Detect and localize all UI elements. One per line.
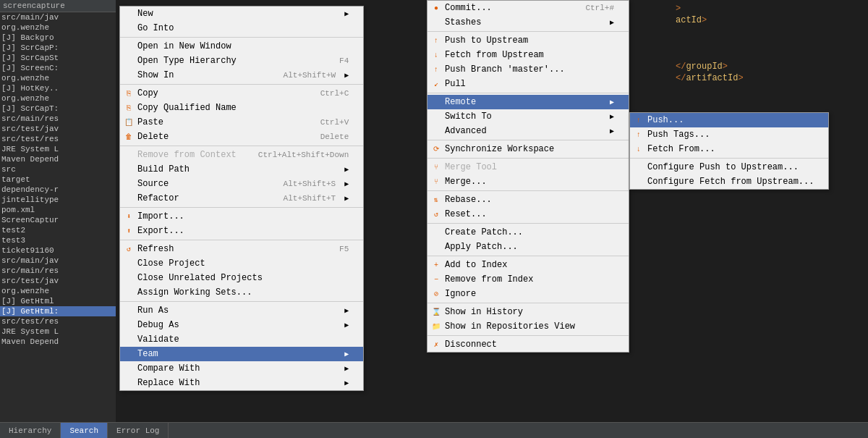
tree-item[interactable]: src/main/res [0, 266, 116, 276]
menu-item-apply-patch---[interactable]: Apply Patch... [427, 240, 629, 254]
tree-item[interactable]: src/test/res [0, 316, 116, 327]
tree-item[interactable]: test3 [0, 235, 116, 245]
menu-item-build-path[interactable]: Build Path▶ [120, 162, 363, 177]
menu-item-label: Create Patch... [445, 227, 523, 237]
add-index-icon: + [430, 259, 442, 271]
menu-item-configure-fetch-from-upstream---[interactable]: Configure Fetch from Upstream... [630, 174, 828, 189]
menu-item-push-branch--master----[interactable]: ↑Push Branch 'master'... [427, 62, 629, 77]
tree-item[interactable]: test2 [0, 225, 116, 235]
tree-item[interactable]: Maven Depend [0, 154, 116, 164]
menu-item-show-in-history[interactable]: ⌛Show in History [427, 305, 629, 319]
menu-item-paste[interactable]: 📋PasteCtrl+V [120, 115, 363, 130]
tree-item[interactable]: jintellitype [0, 195, 116, 205]
menu-separator [120, 207, 363, 208]
menu-item-go-into[interactable]: Go Into [120, 21, 363, 35]
menu-item-synchronize-workspace[interactable]: ⟳Synchronize Workspace [427, 142, 629, 156]
tree-item[interactable]: Maven Depend [0, 337, 116, 347]
tree-item[interactable]: JRE System L [0, 327, 116, 337]
tree-item[interactable]: ticket91160 [0, 245, 116, 256]
tab-error-log[interactable]: Error Log [108, 423, 169, 438]
tree-item[interactable]: [J] Backgro [0, 33, 116, 43]
tree-item[interactable]: [J] ScrCapSt [0, 53, 116, 63]
tree-item[interactable]: src [0, 164, 116, 174]
tree-item[interactable]: pom.xml [0, 205, 116, 215]
menu-item-stashes[interactable]: Stashes▶ [427, 15, 629, 30]
menu-item-fetch-from---[interactable]: ↓Fetch From... [630, 142, 828, 156]
menu-item-rebase---[interactable]: ⇅Rebase... [427, 193, 629, 207]
tree-item[interactable]: org.wenzhe [0, 22, 116, 33]
menu-separator [427, 190, 629, 191]
menu-item-remote[interactable]: Remote▶ [427, 95, 629, 109]
tree-item[interactable]: [J] HotKey.. [0, 83, 116, 93]
tree-item[interactable]: src/main/jav [0, 256, 116, 266]
menu-item-refactor[interactable]: RefactorAlt+Shift+T▶ [120, 191, 363, 206]
tree-item[interactable]: JRE System L [0, 144, 116, 154]
tree-item[interactable]: src/test/res [0, 134, 116, 144]
menu-item-merge---[interactable]: ⑂Merge... [427, 174, 629, 189]
menu-item-add-to-index[interactable]: +Add to Index [427, 258, 629, 272]
tree-item[interactable]: org.wenzhe [0, 93, 116, 104]
menu-item-compare-with[interactable]: Compare With▶ [120, 361, 363, 376]
tab-hierarchy[interactable]: Hierarchy [0, 423, 61, 438]
merge-icon: ⑂ [430, 176, 442, 188]
menu-item-close-unrelated-projects[interactable]: Close Unrelated Projects [120, 271, 363, 285]
menu-item-import---[interactable]: ⬇Import... [120, 209, 363, 224]
tree-item[interactable]: dependency-r [0, 185, 116, 195]
menu-item-validate[interactable]: Validate [120, 332, 363, 347]
copy-icon: ⎘ [123, 88, 135, 99]
tree-item[interactable]: org.wenzhe [0, 73, 116, 83]
menu-item-source[interactable]: SourceAlt+Shift+S▶ [120, 177, 363, 191]
menu-item-replace-with[interactable]: Replace With▶ [120, 376, 363, 390]
menu-item-team[interactable]: Team▶ [120, 347, 363, 361]
menu-item-show-in-repositories-view[interactable]: 📁Show in Repositories View [427, 319, 629, 334]
menu-item-delete[interactable]: 🗑DeleteDelete [120, 130, 363, 144]
tree-item[interactable]: org.wenzhe [0, 286, 116, 296]
tree-item[interactable]: [J] ScrCapP: [0, 43, 116, 53]
menu-item-open-in-new-window[interactable]: Open in New Window [120, 39, 363, 54]
menu-item-export---[interactable]: ⬆Export... [120, 224, 363, 238]
menu-item-refresh[interactable]: ↺RefreshF5 [120, 242, 363, 256]
menu-item-open-type-hierarchy[interactable]: Open Type HierarchyF4 [120, 54, 363, 68]
menu-item-shortcut: Ctrl+C [320, 89, 349, 98]
menu-item-show-in[interactable]: Show InAlt+Shift+W▶ [120, 68, 363, 83]
menu-item-new[interactable]: New▶ [120, 7, 363, 21]
tree-item[interactable]: src/test/jav [0, 124, 116, 134]
menu-item-disconnect[interactable]: ✗Disconnect [427, 337, 629, 352]
tree-item[interactable]: src/test/jav [0, 276, 116, 286]
menu-item-copy[interactable]: ⎘CopyCtrl+C [120, 86, 363, 101]
tab-search[interactable]: Search [61, 423, 108, 438]
menu-item-switch-to[interactable]: Switch To▶ [427, 109, 629, 124]
menu-item-push-tags---[interactable]: ↑Push Tags... [630, 127, 828, 142]
menu-item-reset---[interactable]: ↺Reset... [427, 207, 629, 222]
menu-item-ignore[interactable]: ⊘Ignore [427, 287, 629, 301]
menu-item-commit---[interactable]: ●Commit...Ctrl+# [427, 1, 629, 15]
tree-item[interactable]: ScreenCaptur [0, 215, 116, 225]
menu-item-copy-qualified-name[interactable]: ⎘Copy Qualified Name [120, 101, 363, 115]
menu-item-configure-push-to-upstream---[interactable]: Configure Push to Upstream... [630, 160, 828, 174]
tree-item[interactable]: src/main/jav [0, 12, 116, 22]
menu-item-label: Build Path [137, 164, 190, 174]
tree-item[interactable]: [J] GetHtml: [0, 306, 116, 316]
menu-item-advanced[interactable]: Advanced▶ [427, 124, 629, 138]
tree-item[interactable]: [J] ScreenC: [0, 63, 116, 73]
menu-item-run-as[interactable]: Run As▶ [120, 303, 363, 318]
menu-item-pull[interactable]: ↙Pull [427, 77, 629, 91]
menu-item-create-patch---[interactable]: Create Patch... [427, 225, 629, 240]
tree-item[interactable]: target [0, 174, 116, 185]
menu-item-debug-as[interactable]: Debug As▶ [120, 318, 363, 332]
menu-item-remove-from-index[interactable]: −Remove from Index [427, 272, 629, 287]
menu-item-label: Fetch From... [647, 144, 715, 154]
menu-separator [120, 240, 363, 240]
menu-item-close-project[interactable]: Close Project [120, 256, 363, 271]
tree-item[interactable]: [J] GetHtml [0, 296, 116, 306]
menu-item-assign-working-sets---[interactable]: Assign Working Sets... [120, 285, 363, 300]
menu-item-fetch-from-upstream[interactable]: ↓Fetch from Upstream [427, 48, 629, 62]
menu-item-label: Validate [137, 334, 179, 345]
tree-item[interactable]: src/main/res [0, 114, 116, 124]
menu-separator [427, 303, 629, 303]
menu-item-push-to-upstream[interactable]: ↑Push to Upstream [427, 33, 629, 48]
submenu-arrow-icon: ▶ [610, 127, 614, 135]
repo-icon: 📁 [430, 321, 442, 332]
tree-item[interactable]: [J] ScrCapT: [0, 104, 116, 114]
menu-item-push---[interactable]: ↑Push... [630, 113, 828, 127]
